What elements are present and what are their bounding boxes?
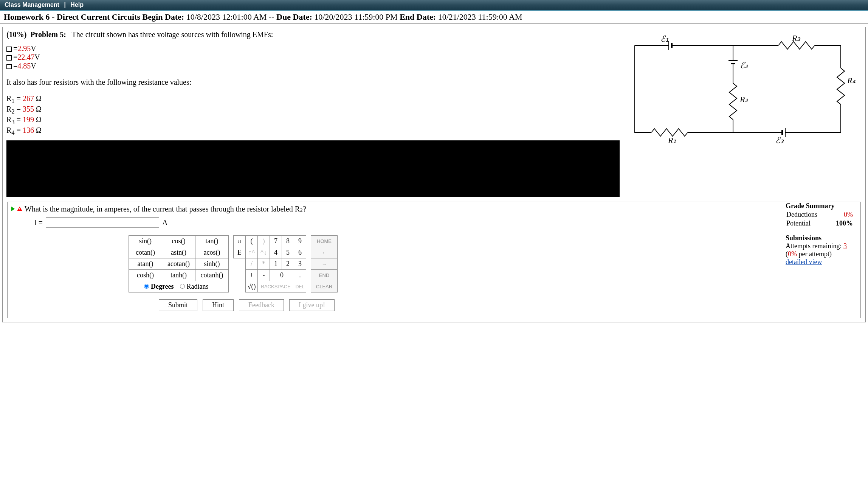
question-box: What is the magnitude, in amperes, of th… [7, 202, 861, 318]
warning-icon [17, 207, 22, 211]
key-sin[interactable]: sin() [129, 236, 162, 247]
key-dot[interactable]: . [294, 270, 306, 281]
checkbox-icon [6, 47, 12, 52]
key-right[interactable]: → [311, 258, 338, 270]
key-cotan[interactable]: cotan() [129, 247, 162, 258]
nav-separator: | [64, 2, 65, 8]
problem-pct: (10%) [6, 30, 26, 39]
end-label: End Date: [400, 12, 436, 22]
due-label: Due Date: [276, 12, 312, 22]
key-0[interactable]: 0 [270, 270, 294, 281]
grade-title: Grade Summary [786, 202, 854, 210]
key-sub[interactable]: ^↓ [258, 247, 270, 258]
problem-intro: The circuit shown has three voltage sour… [72, 30, 273, 39]
key-lparen[interactable]: ( [246, 236, 258, 247]
giveup-button[interactable]: I give up! [289, 299, 335, 311]
key-tan[interactable]: tan() [195, 236, 229, 247]
key-8[interactable]: 8 [282, 236, 294, 247]
submissions-title: Submissions [786, 234, 854, 242]
resistor-row-3: R3 = 199 Ω [6, 115, 620, 126]
per-attempt: (0% per attempt) [786, 250, 854, 258]
problem-label: Problem 5: [30, 30, 66, 39]
key-pi[interactable]: π [234, 236, 246, 247]
play-icon [11, 207, 15, 211]
key-6[interactable]: 6 [294, 247, 306, 258]
key-7[interactable]: 7 [270, 236, 282, 247]
numeric-keypad: π ( ) 7 8 9 E ↑^ ^↓ 4 5 6 [233, 235, 306, 292]
key-sup[interactable]: ↑^ [246, 247, 258, 258]
key-plus[interactable]: + [246, 270, 258, 281]
question-text: What is the magnitude, in amperes, of th… [25, 204, 306, 213]
key-cotanh[interactable]: cotanh() [195, 270, 229, 281]
key-backspace[interactable]: BACKSPACE [258, 281, 294, 292]
function-keypad: sin()cos()tan() cotan()asin()acos() atan… [129, 235, 229, 292]
assignment-header: Homework 6 - Direct Current Circuits Beg… [0, 11, 868, 24]
key-4[interactable]: 4 [270, 247, 282, 258]
svg-text:R₁: R₁ [668, 135, 676, 145]
nav-keypad: HOME ← → END CLEAR [311, 235, 338, 292]
attempts-value: 3 [843, 242, 847, 250]
key-sqrt[interactable]: √() [246, 281, 258, 292]
due-date: 10/20/2023 11:59:00 PM [314, 12, 397, 22]
attempts-label: Attempts remaining: [786, 242, 843, 250]
resistor-intro: It also has four resistors with the foll… [6, 78, 620, 87]
key-clear[interactable]: CLEAR [311, 281, 338, 292]
nav-help[interactable]: Help [70, 2, 84, 8]
key-9[interactable]: 9 [294, 236, 306, 247]
key-rparen[interactable]: ) [258, 236, 270, 247]
key-tanh[interactable]: tanh() [162, 270, 195, 281]
radio-radians[interactable]: Radians [180, 283, 209, 290]
deductions-label: Deductions [786, 211, 829, 219]
begin-label: Begin Date: [143, 12, 184, 22]
redacted-block [6, 140, 620, 197]
key-E[interactable]: E [234, 247, 246, 258]
key-2[interactable]: 2 [282, 258, 294, 270]
svg-text:R₂: R₂ [739, 95, 749, 104]
grade-summary: Grade Summary Deductions0% Potential100%… [786, 202, 854, 266]
svg-text:ℰ₂: ℰ₂ [740, 61, 749, 70]
emf-row-2: = 22.47 V [6, 53, 620, 62]
resistor-row-1: R1 = 267 Ω [6, 94, 620, 105]
emf-row-3: = 4.85 V [6, 62, 620, 70]
key-sinh[interactable]: sinh() [195, 258, 229, 270]
key-1[interactable]: 1 [270, 258, 282, 270]
top-nav: Class Management | Help [0, 0, 868, 11]
key-acotan[interactable]: acotan() [162, 258, 195, 270]
detailed-view-link[interactable]: detailed view [786, 258, 822, 266]
key-minus[interactable]: - [258, 270, 270, 281]
key-atan[interactable]: atan() [129, 258, 162, 270]
checkbox-icon [6, 55, 12, 61]
hw-title: Homework 6 - Direct Current Circuits [4, 12, 140, 22]
key-multiply[interactable]: * [258, 258, 270, 270]
radio-degrees[interactable]: Degrees [144, 283, 174, 290]
hint-button[interactable]: Hint [203, 299, 234, 311]
svg-text:ℰ₁: ℰ₁ [660, 34, 669, 44]
key-del[interactable]: DEL [294, 281, 306, 292]
key-asin[interactable]: asin() [162, 247, 195, 258]
svg-text:R₄: R₄ [847, 76, 856, 85]
key-divide[interactable]: / [246, 258, 258, 270]
key-5[interactable]: 5 [282, 247, 294, 258]
feedback-button[interactable]: Feedback [239, 299, 284, 311]
nav-class-management[interactable]: Class Management [5, 2, 59, 8]
checkbox-icon [6, 64, 12, 69]
key-end[interactable]: END [311, 270, 338, 281]
end-date: 10/21/2023 11:59:00 AM [438, 12, 522, 22]
circuit-diagram: ℰ₁ ℰ₂ ℰ₃ R₁ R₂ R₃ R₄ [627, 30, 862, 197]
key-cos[interactable]: cos() [162, 236, 195, 247]
potential-label: Potential [786, 219, 829, 227]
submit-button[interactable]: Submit [159, 299, 197, 311]
answer-unit: A [162, 218, 167, 227]
deductions-value: 0% [829, 211, 853, 219]
answer-input[interactable] [46, 217, 159, 228]
key-3[interactable]: 3 [294, 258, 306, 270]
potential-value: 100% [829, 219, 853, 227]
key-home[interactable]: HOME [311, 236, 338, 247]
resistor-row-4: R4 = 136 Ω [6, 126, 620, 137]
key-left[interactable]: ← [311, 247, 338, 258]
emf-row-1: = 2.95 V [6, 44, 620, 53]
key-acos[interactable]: acos() [195, 247, 229, 258]
key-cosh[interactable]: cosh() [129, 270, 162, 281]
begin-date: 10/8/2023 12:01:00 AM [186, 12, 267, 22]
svg-text:R₃: R₃ [792, 33, 801, 43]
